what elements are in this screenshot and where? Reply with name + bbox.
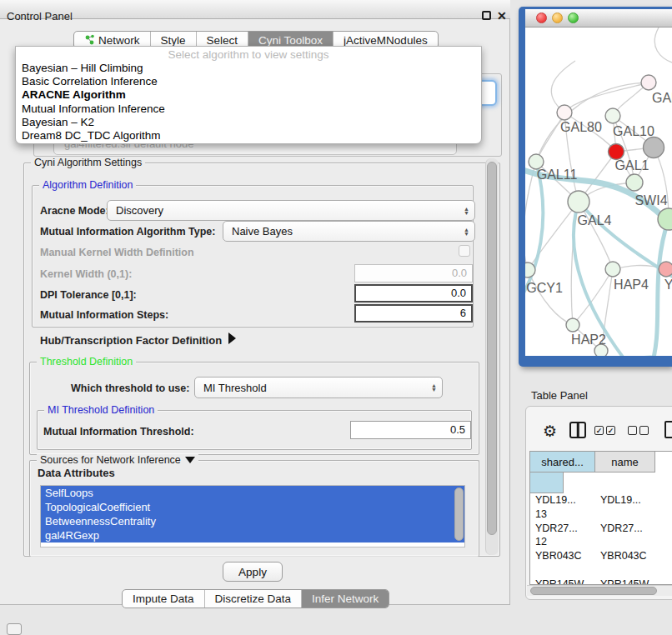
- aracne-mode-label: Aracne Mode:: [40, 205, 109, 217]
- gear-icon[interactable]: ⚙: [543, 422, 557, 441]
- node-label: Y: [664, 278, 672, 292]
- network-edge[interactable]: [525, 162, 536, 270]
- select-all-icon[interactable]: ✓✓: [594, 426, 615, 435]
- algorithm-option[interactable]: Basic Correlation Inference: [16, 75, 481, 88]
- control-panel-title: Control Panel: [7, 10, 73, 22]
- document-icon[interactable]: [664, 421, 672, 438]
- network-edge[interactable]: [564, 82, 649, 112]
- algorithm-option[interactable]: Bayesian – K2: [16, 116, 481, 129]
- expander-down-icon[interactable]: [185, 457, 195, 463]
- table-panel-title: Table Panel: [531, 389, 588, 402]
- table-hscrollbar-thumb[interactable]: [530, 587, 657, 595]
- node-label: GAL1: [615, 158, 649, 172]
- kernel-width-field[interactable]: 0.0: [354, 264, 473, 282]
- bottom-tabbar: Impute DataDiscretize DataInfer Network: [122, 589, 389, 608]
- table-hscrollbar[interactable]: [527, 585, 672, 596]
- tab-impute-data[interactable]: Impute Data: [123, 590, 205, 608]
- network-tab-icon: [84, 34, 95, 46]
- attribute-item[interactable]: BetweennessCentrality: [41, 514, 464, 528]
- float-icon[interactable]: [482, 11, 491, 20]
- node-label: GAL80: [560, 120, 602, 134]
- network-window-titlebar[interactable]: [525, 9, 672, 28]
- algorithm-option[interactable]: ARACNE Algorithm: [16, 88, 481, 102]
- tab-discretize-data[interactable]: Discretize Data: [205, 590, 303, 608]
- sources-title: Sources for Network Inference: [40, 454, 181, 466]
- data-attributes-label: Data Attributes: [38, 467, 115, 479]
- cyni-algorithm-settings-title: Cyni Algorithm Settings: [31, 157, 145, 168]
- table-row[interactable]: YDR27...YDR27...12: [530, 522, 672, 550]
- stepper-icon: ▲▼: [464, 207, 469, 215]
- algorithm-definition-title: Algorithm Definition: [39, 179, 136, 191]
- column-header[interactable]: name: [595, 452, 655, 472]
- network-node[interactable]: [525, 262, 535, 278]
- mi-threshold-field[interactable]: 0.5: [350, 421, 471, 439]
- network-edge[interactable]: [528, 270, 573, 325]
- attribute-item[interactable]: TopologicalCoefficient: [41, 500, 464, 514]
- table-row[interactable]: YPR145WYPR145W9.: [530, 578, 672, 585]
- close-traffic-icon[interactable]: [536, 12, 547, 23]
- columns-icon[interactable]: [569, 422, 586, 438]
- mi-steps-label: Mutual Information Steps:: [40, 309, 168, 321]
- expander-right-icon[interactable]: [228, 332, 236, 344]
- hub-expander-label: Hub/Transcription Factor Definition: [40, 334, 222, 347]
- algorithm-option[interactable]: Bayesian – Hill Climbing: [16, 62, 481, 75]
- node-label: HAP2: [571, 332, 606, 347]
- network-node[interactable]: [557, 105, 572, 120]
- attribute-item[interactable]: gal4RGexp: [41, 528, 464, 542]
- apply-button[interactable]: Apply: [223, 562, 283, 582]
- data-attributes-list[interactable]: SelfLoopsTopologicalCoefficientBetweenne…: [40, 485, 465, 548]
- close-icon[interactable]: ✕: [497, 9, 507, 22]
- node-label: GAL: [652, 91, 672, 105]
- control-panel-titlebar: [0, 0, 510, 19]
- deselect-all-icon[interactable]: [628, 426, 649, 435]
- network-node[interactable]: [605, 108, 620, 123]
- aracne-mode-select[interactable]: Discovery ▲▼: [107, 200, 475, 221]
- algorithm-popup-header: Select algorithm to view settings: [16, 47, 481, 62]
- table-row[interactable]: YDL19...YDL19...13: [530, 493, 672, 522]
- mi-type-label: Mutual Information Algorithm Type:: [40, 226, 215, 238]
- node-label: GAL10: [613, 124, 654, 138]
- table-panel: ⚙ ✓✓ shared...nameYDL19...YDL19...13YDR2…: [525, 406, 672, 600]
- zoom-traffic-icon[interactable]: [568, 12, 579, 23]
- network-node[interactable]: [644, 138, 664, 158]
- settings-scrollbar-thumb[interactable]: [487, 162, 497, 535]
- attribute-item[interactable]: SelfLoops: [41, 486, 464, 500]
- dpi-tolerance-field[interactable]: 0.0: [354, 284, 473, 302]
- column-header[interactable]: [530, 472, 564, 493]
- network-node[interactable]: [609, 144, 624, 160]
- algorithm-option[interactable]: Mutual Information Inference: [16, 102, 481, 116]
- network-node[interactable]: [568, 191, 589, 212]
- which-threshold-label: Which threshold to use:: [71, 382, 189, 394]
- node-label: GAL11: [537, 168, 578, 182]
- node-label: GAL4: [578, 213, 612, 228]
- mi-steps-field[interactable]: 6: [354, 304, 473, 322]
- algorithm-option[interactable]: Dream8 DC_TDC Algorithm: [16, 129, 481, 142]
- node-table[interactable]: shared...nameYDL19...YDL19...13YDR27...Y…: [529, 451, 672, 585]
- stepper-icon: ▲▼: [464, 228, 469, 236]
- network-node[interactable]: [626, 174, 643, 191]
- network-canvas[interactable]: GALGAL80GAL10GAL11GAL1SWI4GAL4GCY1HAP4YH…: [525, 28, 672, 356]
- table-row[interactable]: YBR043CYBR043C: [530, 549, 672, 578]
- corner-widget[interactable]: [7, 623, 22, 635]
- attributes-scrollbar[interactable]: [454, 488, 464, 541]
- tab-infer-network[interactable]: Infer Network: [302, 590, 389, 608]
- node-label: GCY1: [526, 281, 563, 295]
- which-threshold-select[interactable]: MI Threshold ▲▼: [194, 377, 443, 398]
- network-node[interactable]: [659, 262, 672, 277]
- minimize-traffic-icon[interactable]: [552, 12, 563, 23]
- dpi-tolerance-label: DPI Tolerance [0,1]:: [40, 289, 137, 301]
- stepper-icon: ▲▼: [431, 383, 437, 392]
- mi-threshold-title: MI Threshold Definition: [44, 404, 158, 416]
- mi-algorithm-type-select[interactable]: Naive Bayes ▲▼: [223, 221, 475, 242]
- node-label: SWI4: [634, 193, 667, 208]
- mi-threshold-label: Mutual Information Threshold:: [43, 426, 194, 438]
- network-node[interactable]: [566, 318, 579, 332]
- algorithm-popup: Select algorithm to view settings Bayesi…: [15, 46, 482, 144]
- network-node[interactable]: [605, 262, 620, 277]
- threshold-definition-title: Threshold Definition: [37, 356, 136, 368]
- network-edge[interactable]: [654, 28, 672, 64]
- manual-kernel-label: Manual Kernel Width Definition: [40, 247, 194, 258]
- network-node[interactable]: [641, 75, 656, 90]
- manual-kernel-checkbox[interactable]: [459, 245, 470, 257]
- column-header[interactable]: shared...: [530, 452, 595, 472]
